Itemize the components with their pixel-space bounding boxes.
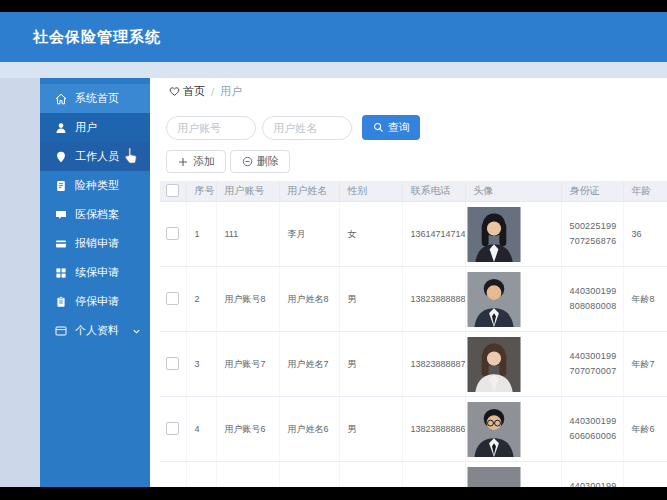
insurance-doc-icon: [55, 180, 67, 192]
sidebar-item-label: 工作人员: [75, 149, 119, 164]
chat-bubble-icon: [55, 209, 67, 221]
table-row: 5 用户账号5 用户姓名5 男 13823888885 440300199505…: [160, 462, 667, 488]
sidebar-item-renewal[interactable]: 续保申请: [40, 258, 150, 287]
cell-age: 年龄6: [623, 397, 667, 462]
cell-name: 用户姓名7: [279, 332, 339, 397]
col-header-no: 序号: [186, 181, 216, 202]
sidebar-item-insurance-types[interactable]: 险种类型: [40, 171, 150, 200]
cell-idcard: 500225199707256876: [561, 202, 623, 267]
toolbar: 添加 删除: [166, 150, 294, 173]
col-header-name: 用户姓名: [279, 181, 339, 202]
sidebar-item-users[interactable]: 用户: [40, 113, 150, 142]
breadcrumb: 首页 / 用户: [168, 84, 242, 99]
col-header-idcard: 身份证: [561, 181, 623, 202]
cell-gender: 男: [339, 397, 402, 462]
col-header-gender: 性别: [339, 181, 402, 202]
search-icon: [372, 122, 384, 134]
cell-account: 111: [216, 202, 279, 267]
letterbox-top: [0, 0, 667, 12]
users-table: 序号 用户账号 用户姓名 性别 联系电话 头像 身份证 年龄 1 111 李月 …: [160, 181, 667, 487]
cell-phone: 13823888886: [402, 397, 465, 462]
row-checkbox[interactable]: [166, 357, 179, 370]
cell-phone: 13823888888: [402, 267, 465, 332]
plus-icon: [177, 156, 189, 168]
sidebar: 系统首页 用户 工作人员 险种类型 医保档案 报销申请 续保申请 停保申请: [40, 78, 150, 487]
cell-account: 用户账号7: [216, 332, 279, 397]
cell-account: 用户账号6: [216, 397, 279, 462]
sidebar-item-label: 停保申请: [75, 294, 119, 309]
avatar: [467, 272, 521, 327]
cell-idcard: 440300199505050005: [561, 462, 623, 488]
table-row: 3 用户账号7 用户姓名7 男 13823888887 440300199707…: [160, 332, 667, 397]
search-bar: 查询: [166, 115, 420, 140]
grid-icon: [55, 267, 67, 279]
breadcrumb-home-label: 首页: [183, 84, 205, 99]
header-divider-strip: [0, 62, 667, 78]
avatar: [467, 337, 521, 392]
cell-name: 用户姓名5: [279, 462, 339, 488]
row-checkbox[interactable]: [166, 227, 179, 240]
chevron-down-icon: [132, 326, 141, 335]
location-pin-icon: [55, 151, 67, 163]
breadcrumb-home-link[interactable]: 首页: [168, 84, 205, 99]
col-header-age: 年龄: [623, 181, 667, 202]
add-button[interactable]: 添加: [166, 150, 226, 173]
app-header: 社会保险管理系统: [0, 12, 667, 62]
add-button-label: 添加: [193, 154, 215, 169]
letterbox-bottom: [0, 487, 667, 500]
sidebar-item-home[interactable]: 系统首页: [40, 84, 150, 113]
cell-no: 5: [186, 462, 216, 488]
cell-gender: 女: [339, 202, 402, 267]
cell-phone: 13823888885: [402, 462, 465, 488]
cell-idcard: 440300199606060006: [561, 397, 623, 462]
cell-idcard: 440300199707070007: [561, 332, 623, 397]
sidebar-item-label: 险种类型: [75, 178, 119, 193]
select-all-checkbox[interactable]: [166, 184, 179, 197]
sidebar-item-medical-archive[interactable]: 医保档案: [40, 200, 150, 229]
sidebar-item-reimbursement[interactable]: 报销申请: [40, 229, 150, 258]
cell-name: 用户姓名8: [279, 267, 339, 332]
circle-minus-icon: [241, 156, 253, 168]
cell-gender: 男: [339, 332, 402, 397]
cell-no: 3: [186, 332, 216, 397]
sidebar-item-label: 报销申请: [75, 236, 119, 251]
cell-no: 4: [186, 397, 216, 462]
clipboard-icon: [55, 296, 67, 308]
cell-no: 2: [186, 267, 216, 332]
home-icon: [55, 93, 67, 105]
query-button-label: 查询: [388, 120, 410, 135]
page-left-margin: [0, 78, 40, 487]
row-checkbox[interactable]: [166, 422, 179, 435]
app-title: 社会保险管理系统: [0, 12, 667, 62]
bank-card-icon: [55, 238, 67, 250]
user-icon: [55, 122, 67, 134]
screen: 社会保险管理系统 系统首页 用户 工作人员 险种类型 医保档案 报销申请 续保申: [0, 0, 667, 500]
table-row: 1 111 李月 女 13614714714 50022519970725687…: [160, 202, 667, 267]
content-panel: 首页 / 用户 查询 添加 删除: [150, 78, 667, 487]
avatar: [467, 467, 521, 488]
sidebar-item-label: 个人资料: [75, 323, 119, 338]
table-header-row: 序号 用户账号 用户姓名 性别 联系电话 头像 身份证 年龄: [160, 181, 667, 202]
query-button[interactable]: 查询: [362, 115, 420, 140]
name-input[interactable]: [262, 116, 352, 140]
sidebar-item-label: 续保申请: [75, 265, 119, 280]
delete-button-label: 删除: [257, 154, 279, 169]
sidebar-item-label: 医保档案: [75, 207, 119, 222]
cell-age: 年龄5: [623, 462, 667, 488]
cell-age: 36: [623, 202, 667, 267]
sidebar-item-staff[interactable]: 工作人员: [40, 142, 150, 171]
delete-button[interactable]: 删除: [230, 150, 290, 173]
row-checkbox[interactable]: [166, 292, 179, 305]
heart-icon: [168, 86, 180, 98]
profile-card-icon: [55, 325, 67, 337]
cell-account: 用户账号8: [216, 267, 279, 332]
cell-gender: 男: [339, 462, 402, 488]
col-header-avatar: 头像: [465, 181, 561, 202]
sidebar-item-label: 用户: [75, 120, 97, 135]
sidebar-item-profile[interactable]: 个人资料: [40, 316, 150, 345]
avatar: [467, 402, 521, 457]
account-input[interactable]: [166, 116, 256, 140]
col-header-phone: 联系电话: [402, 181, 465, 202]
sidebar-item-suspension[interactable]: 停保申请: [40, 287, 150, 316]
breadcrumb-current: 用户: [220, 84, 242, 99]
